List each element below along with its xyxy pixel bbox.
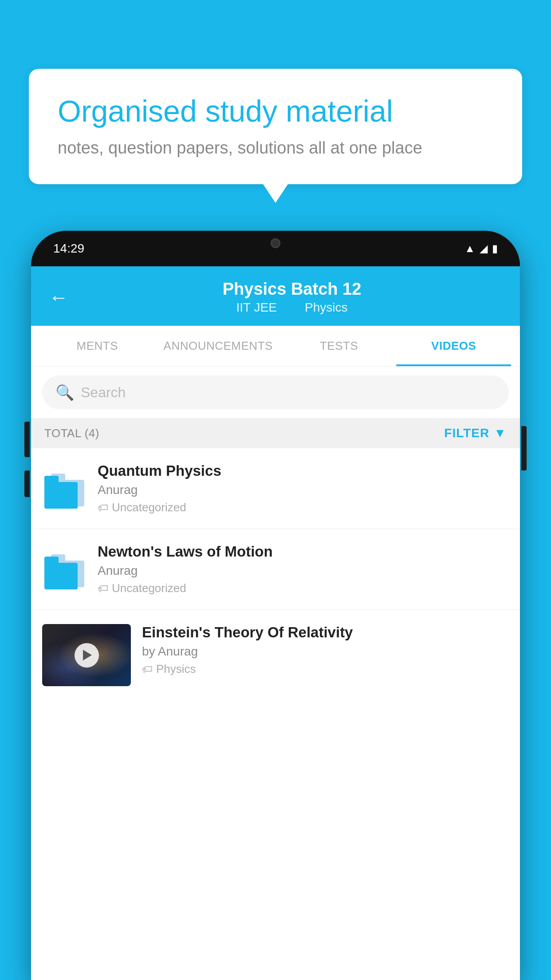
list-item[interactable]: Newton's Laws of Motion Anurag 🏷 Uncateg… <box>31 529 520 610</box>
video-list: Quantum Physics Anurag 🏷 Uncategorized <box>31 448 520 695</box>
filter-button[interactable]: FILTER ▼ <box>444 426 507 440</box>
tag-icon-1: 🏷 <box>98 502 108 514</box>
speech-bubble: Organised study material notes, question… <box>29 69 522 184</box>
speech-bubble-heading: Organised study material <box>58 93 493 130</box>
tag-icon-2: 🏷 <box>98 582 108 595</box>
search-placeholder: Search <box>81 384 126 401</box>
signal-icon: ◢ <box>480 242 488 255</box>
filter-bar: TOTAL (4) FILTER ▼ <box>31 418 520 448</box>
video-title-3: Einstein's Theory Of Relativity <box>142 624 509 641</box>
item-thumbnail-2 <box>42 547 87 592</box>
video-author-2: Anurag <box>98 564 509 578</box>
app-title: Physics Batch 12 <box>82 280 502 299</box>
item-info-3: Einstein's Theory Of Relativity by Anura… <box>142 624 509 676</box>
video-title-1: Quantum Physics <box>98 462 509 479</box>
app-header: ← Physics Batch 12 IIT JEE Physics <box>31 266 520 326</box>
total-count: TOTAL (4) <box>44 427 99 440</box>
tab-tests[interactable]: TESTS <box>282 326 397 366</box>
search-icon: 🔍 <box>55 383 74 401</box>
list-item[interactable]: Quantum Physics Anurag 🏷 Uncategorized <box>31 448 520 529</box>
phone-screen: ← Physics Batch 12 IIT JEE Physics MENTS… <box>31 266 520 980</box>
tab-videos[interactable]: VIDEOS <box>396 326 511 366</box>
status-bar: 14:29 ▲ ◢ ▮ <box>31 231 520 266</box>
tab-announcements[interactable]: ANNOUNCEMENTS <box>155 326 282 366</box>
subtitle-separator <box>287 300 295 314</box>
tag-icon-3: 🏷 <box>142 663 153 676</box>
video-tag-1: 🏷 Uncategorized <box>98 501 509 514</box>
video-author-3: by Anurag <box>142 644 509 659</box>
video-title-2: Newton's Laws of Motion <box>98 543 509 560</box>
item-thumbnail-1 <box>42 466 87 511</box>
video-author-1: Anurag <box>98 483 509 497</box>
phone-side-button-left <box>24 422 30 457</box>
back-button[interactable]: ← <box>49 286 68 308</box>
status-time: 14:29 <box>53 241 84 256</box>
phone-frame: 14:29 ▲ ◢ ▮ ← Physics Batch 12 IIT JEE P… <box>31 231 520 980</box>
play-button-3[interactable] <box>75 643 99 668</box>
item-info-1: Quantum Physics Anurag 🏷 Uncategorized <box>98 462 509 514</box>
phone-volume-button <box>24 470 30 497</box>
tag-text-1: Uncategorized <box>112 501 186 514</box>
tab-ments[interactable]: MENTS <box>40 326 155 366</box>
phone-notch <box>236 231 315 255</box>
speech-bubble-subtext: notes, question papers, solutions all at… <box>58 138 493 158</box>
filter-icon: ▼ <box>494 426 507 440</box>
subtitle-physics: Physics <box>305 300 347 314</box>
search-container: 🔍 Search <box>31 367 520 418</box>
speech-bubble-container: Organised study material notes, question… <box>29 69 522 184</box>
battery-icon: ▮ <box>492 242 498 255</box>
status-icons: ▲ ◢ ▮ <box>464 242 498 255</box>
tag-text-3: Physics <box>156 662 196 676</box>
video-tag-2: 🏷 Uncategorized <box>98 581 509 595</box>
subtitle-iitjee: IIT JEE <box>236 300 277 314</box>
tag-text-2: Uncategorized <box>112 581 186 595</box>
filter-label: FILTER <box>444 426 489 440</box>
item-info-2: Newton's Laws of Motion Anurag 🏷 Uncateg… <box>98 543 509 595</box>
wifi-icon: ▲ <box>464 242 475 255</box>
video-tag-3: 🏷 Physics <box>142 662 509 676</box>
header-title-section: Physics Batch 12 IIT JEE Physics <box>82 280 502 315</box>
list-item[interactable]: Einstein's Theory Of Relativity by Anura… <box>31 610 520 695</box>
item-thumbnail-3 <box>42 624 131 686</box>
phone-camera <box>271 238 280 248</box>
app-subtitle: IIT JEE Physics <box>82 300 502 315</box>
search-bar[interactable]: 🔍 Search <box>42 375 509 409</box>
phone-power-button <box>521 426 527 470</box>
tabs-bar: MENTS ANNOUNCEMENTS TESTS VIDEOS <box>31 326 520 367</box>
